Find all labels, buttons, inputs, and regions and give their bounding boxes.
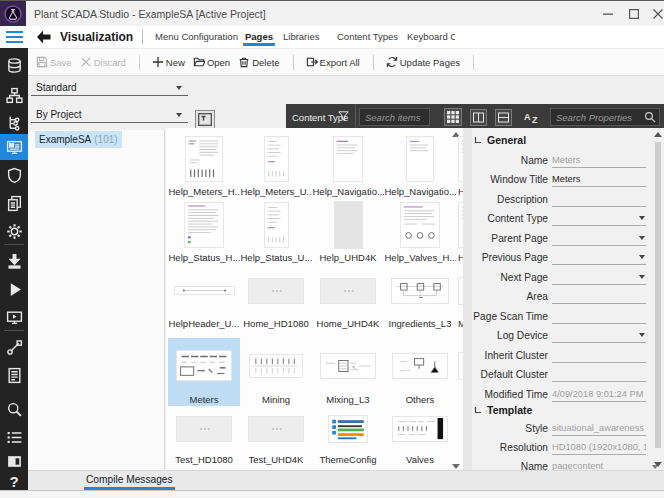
page-cell-m[interactable]: M [456, 264, 463, 330]
refresh-icon [386, 56, 398, 68]
page-cell-clipped[interactable] [456, 338, 463, 406]
page-cell-help-meters-u[interactable]: Help_Meters_U... [240, 132, 312, 198]
page-cell-test-uhd4k[interactable]: Test_UHD4K [240, 404, 312, 466]
split-horizontal-button[interactable] [495, 109, 512, 126]
filter-toggle-button[interactable] [195, 110, 215, 129]
sidebar-item-run[interactable] [0, 276, 28, 302]
property-value-area[interactable] [552, 288, 646, 304]
page-cell-help-valves-h[interactable]: Help_Valves_H... [384, 198, 456, 264]
tab-keyboard-co[interactable]: Keyboard Co [407, 26, 455, 48]
property-value-window-title[interactable]: Meters [552, 171, 646, 187]
new-button[interactable]: New [152, 56, 185, 68]
page-cell-help-uhd4k[interactable]: Help_UHD4K [312, 198, 384, 264]
sidebar-item-reports[interactable] [0, 362, 28, 388]
menu-hamburger-icon[interactable] [0, 26, 28, 48]
page-cell-helpheader-u[interactable]: HelpHeader_U... [168, 264, 240, 330]
sidebar-item-database[interactable] [0, 52, 28, 78]
property-value-modified-time[interactable]: 4/09/2018 9:01:24 PM [552, 386, 646, 402]
page-cell-home-hd1080[interactable]: Home_HD1080 [240, 264, 312, 330]
section-header-template[interactable]: Template [474, 404, 532, 416]
toolbar: SaveDiscardNewOpenDeleteExport AllUpdate… [28, 48, 664, 76]
page-cell-others[interactable]: Others [384, 338, 456, 406]
property-value-log-device[interactable] [552, 327, 646, 343]
style-dropdown[interactable]: Standard [31, 82, 188, 96]
discard-button[interactable]: Discard [80, 56, 126, 68]
tab-pages[interactable]: Pages [245, 26, 273, 48]
properties-scrollbar[interactable] [654, 130, 662, 468]
sort-az-button[interactable]: AZ [523, 110, 541, 125]
page-cell-help-navigatio[interactable]: Help_Navigatio... [312, 132, 384, 198]
open-button[interactable]: Open [193, 56, 230, 68]
content-type-filter-button[interactable]: Content Type [286, 104, 356, 130]
sidebar-item-list[interactable] [0, 424, 28, 450]
tab-menu-configuration[interactable]: Menu Configuration [155, 26, 238, 48]
search-properties-input[interactable]: Search Properties [550, 108, 660, 126]
section-header-general[interactable]: General [474, 134, 526, 146]
property-value-resolution[interactable]: HD1080 (1920x1080, 16:9) [552, 439, 646, 455]
tree-item-project[interactable]: ExampleSA(101) [35, 131, 122, 148]
page-name-label: Help_UHD4K [319, 251, 376, 264]
search-items-input[interactable]: Search items [359, 108, 430, 126]
property-value-default-cluster[interactable] [552, 366, 646, 382]
maximize-button[interactable] [626, 6, 642, 22]
group-by-dropdown[interactable]: By Project [31, 109, 188, 123]
properties-panel: GeneralNameMetersWindow TitleMetersDescr… [472, 128, 664, 470]
update-pages-button[interactable]: Update Pages [386, 56, 460, 68]
page-cell-ingredients-l3[interactable]: Ingredients_L3 [384, 264, 456, 330]
property-label: Description [472, 194, 548, 205]
page-cell-mining[interactable]: Mining [240, 338, 312, 406]
sidebar-item-security[interactable] [0, 162, 28, 188]
page-cell-test-hd1080[interactable]: Test_HD1080 [168, 404, 240, 466]
minimize-button[interactable] [600, 6, 616, 22]
dropdown-arrow-icon[interactable] [639, 255, 645, 259]
property-value-previous-page[interactable] [552, 249, 646, 265]
property-value-style[interactable]: situational_awareness [552, 420, 646, 436]
export-all-button[interactable]: Export All [306, 56, 360, 68]
property-value-inherit-cluster[interactable] [552, 347, 646, 363]
page-cell-mixing-l3[interactable]: Mixing_L3 [312, 338, 384, 406]
sidebar-item-settings[interactable] [0, 218, 28, 244]
property-value-parent-page[interactable] [552, 230, 646, 246]
page-cell-help-meters-h[interactable]: Help_Meters_H... [168, 132, 240, 198]
property-value-content-type[interactable] [552, 210, 646, 226]
sidebar-item-pages[interactable] [0, 190, 28, 216]
sidebar-item-visualization[interactable] [0, 134, 28, 160]
sidebar-item-tags-tree[interactable] [0, 110, 28, 136]
page-cell-help-status-u[interactable]: Help_Status_U... [240, 198, 312, 264]
page-cell-meters[interactable]: Meters [168, 338, 240, 406]
compile-messages-tab[interactable]: Compile Messages [84, 473, 175, 490]
page-cell-help-navigatio[interactable]: Help_Navigatio... [384, 132, 456, 198]
property-value-page-scan-time[interactable] [552, 308, 646, 324]
page-cell-themeconfig[interactable]: ThemeConfig [312, 404, 384, 466]
dropdown-arrow-icon[interactable] [639, 333, 645, 337]
page-cell-h[interactable]: H [456, 198, 463, 264]
property-value-next-page[interactable] [552, 269, 646, 285]
page-cell-valves[interactable]: Valves [384, 404, 456, 466]
dropdown-arrow-icon[interactable] [639, 275, 645, 279]
delete-button[interactable]: Delete [238, 56, 279, 68]
property-value-description[interactable] [552, 191, 646, 207]
close-button[interactable] [650, 6, 664, 22]
page-cell-help-status-h[interactable]: Help_Status_H... [168, 198, 240, 264]
sidebar-item-topology[interactable] [0, 82, 28, 108]
toolbar-button-label: Open [207, 57, 230, 68]
toolbar-button-label: Delete [252, 57, 279, 68]
page-cell-home-uhd4k[interactable]: Home_UHD4K [312, 264, 384, 330]
split-vertical-button[interactable] [470, 109, 487, 126]
tab-libraries[interactable]: Libraries [283, 26, 319, 48]
property-value-name[interactable]: Meters [552, 152, 646, 168]
tab-content-types[interactable]: Content Types [337, 26, 398, 48]
sidebar-item-deploy[interactable] [0, 248, 28, 274]
graphics-icon [6, 339, 23, 356]
sidebar-item-runtime[interactable] [0, 304, 28, 330]
dropdown-arrow-icon[interactable] [639, 236, 645, 240]
sidebar-item-search[interactable] [0, 396, 28, 422]
dropdown-arrow-icon[interactable] [639, 216, 645, 220]
page-name-label: Test_HD1080 [175, 453, 233, 466]
deploy-icon [6, 253, 23, 270]
save-button[interactable]: Save [36, 56, 72, 68]
page-cell-h[interactable]: H [456, 132, 463, 198]
property-row: Stylesituational_awareness [472, 420, 650, 438]
sidebar-item-graphics[interactable] [0, 334, 28, 360]
grid-view-button[interactable] [444, 108, 462, 126]
